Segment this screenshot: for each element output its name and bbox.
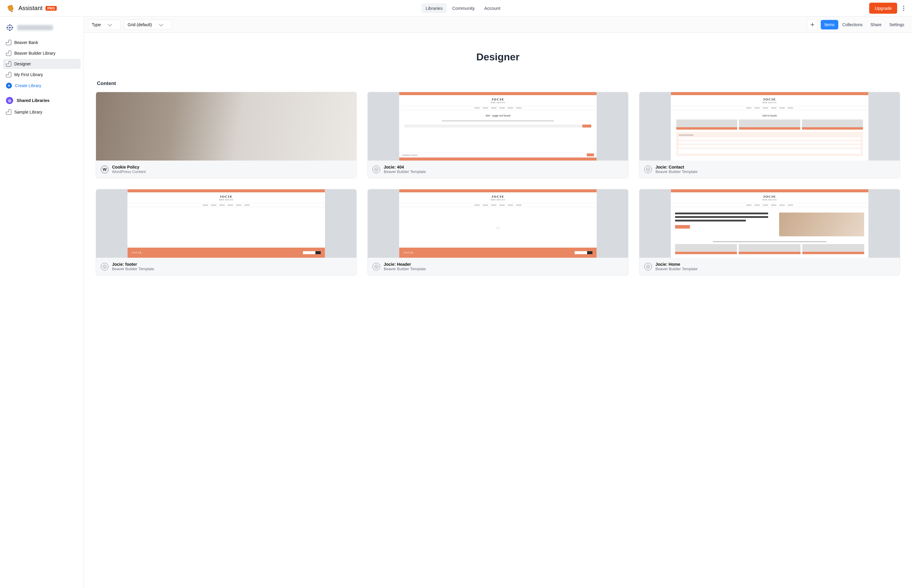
library-icon	[6, 40, 11, 45]
card-title: Jocie: Header	[384, 262, 426, 267]
card-title: Cookie Policy	[112, 165, 146, 170]
pro-badge: PRO	[45, 6, 56, 11]
card-thumbnail: JOCIE WEB DESIGN JOCIE	[368, 189, 628, 258]
nav-libraries[interactable]: Libraries	[421, 3, 447, 13]
svg-point-22	[646, 265, 650, 268]
svg-point-14	[647, 169, 647, 169]
shared-icon: ◎	[6, 97, 13, 104]
library-icon	[6, 72, 11, 77]
card-title: Jocie: Home	[655, 262, 697, 267]
shared-heading-label: Shared Libraries	[17, 98, 50, 103]
beaver-builder-icon	[644, 166, 652, 173]
card-thumbnail: JOCIE WEB DESIGN JOCIE	[96, 189, 357, 258]
library-icon	[6, 110, 11, 115]
sidebar-item-sample-library[interactable]: Sample Library	[3, 107, 81, 117]
app-header: Assistant PRO Libraries Community Accoun…	[0, 0, 912, 17]
card-thumbnail: JOCIE WEB DESIGN	[639, 189, 900, 258]
library-toolbar: Type Grid (default) Items Collections Sh	[84, 17, 912, 33]
card-thumbnail	[96, 92, 357, 160]
content-card[interactable]: JOCIE WEB DESIGN JOCIE	[96, 189, 357, 276]
card-subtitle: Beaver Builder Template	[384, 267, 426, 271]
beaver-builder-icon	[644, 263, 652, 270]
user-avatar-icon	[5, 23, 14, 32]
sidebar-item-beaver-builder-library[interactable]: Beaver Builder Library	[3, 48, 81, 58]
content-card[interactable]: JOCIE WEB DESIGN JOCIE	[367, 189, 628, 276]
sidebar-item-beaver-bank[interactable]: Beaver Bank	[3, 37, 81, 48]
user-name	[17, 25, 53, 30]
sidebar-item-label: Create Library	[15, 83, 41, 88]
beaver-builder-icon	[373, 166, 380, 173]
sidebar-item-designer[interactable]: Designer	[3, 59, 81, 69]
card-thumbnail: JOCIE WEB DESIGN 404 - page not found La…	[368, 92, 628, 160]
card-thumbnail: JOCIE WEB DESIGN Get in touch	[639, 92, 900, 160]
card-subtitle: Beaver Builder Template	[655, 267, 697, 271]
svg-point-24	[648, 266, 649, 267]
sidebar-item-my-first-library[interactable]: My First Library	[3, 69, 81, 80]
chevron-down-icon	[159, 22, 163, 26]
filter-view-select[interactable]: Grid (default)	[124, 19, 172, 30]
main-area: Type Grid (default) Items Collections Sh	[84, 17, 912, 588]
content-grid: W Cookie Policy WordPress Content	[96, 92, 900, 276]
filter-view-label: Grid (default)	[128, 22, 152, 27]
content-card[interactable]: W Cookie Policy WordPress Content	[96, 92, 357, 178]
tab-items[interactable]: Items	[821, 20, 838, 29]
svg-rect-7	[7, 29, 9, 30]
top-nav: Libraries Community Account	[421, 3, 505, 13]
app-logo-icon	[6, 3, 15, 13]
nav-community[interactable]: Community	[448, 3, 479, 13]
card-title: Jocie: Contact	[655, 165, 697, 170]
sidebar-item-label: Sample Library	[14, 110, 42, 115]
svg-point-19	[374, 265, 378, 268]
sidebar-shared-libraries-heading[interactable]: ◎ Shared Libraries	[3, 91, 81, 107]
svg-rect-3	[6, 27, 8, 28]
sidebar-item-label: Designer	[14, 61, 31, 66]
svg-rect-2	[9, 30, 10, 31]
content-card[interactable]: JOCIE WEB DESIGN Get in touch	[639, 92, 900, 178]
wordpress-icon: W	[101, 166, 108, 173]
section-title: Content	[97, 81, 900, 87]
filter-type-select[interactable]: Type	[88, 19, 121, 30]
svg-point-13	[646, 168, 650, 171]
library-icon	[6, 61, 11, 66]
svg-rect-8	[11, 29, 13, 30]
upgrade-button[interactable]: Upgrade	[869, 3, 897, 14]
svg-point-18	[105, 266, 105, 267]
svg-point-20	[375, 266, 376, 267]
svg-point-9	[9, 27, 10, 28]
add-item-button[interactable]	[807, 19, 818, 30]
svg-point-15	[648, 169, 649, 169]
beaver-builder-icon	[373, 263, 380, 270]
svg-point-17	[104, 266, 104, 267]
plus-circle-icon: +	[6, 82, 12, 89]
filter-type-label: Type	[92, 22, 101, 27]
nav-account[interactable]: Account	[480, 3, 504, 13]
sidebar-item-label: Beaver Bank	[14, 40, 38, 45]
chevron-down-icon	[108, 22, 112, 26]
content-card[interactable]: JOCIE WEB DESIGN	[639, 189, 900, 276]
sidebar-create-library[interactable]: + Create Library	[3, 80, 81, 91]
svg-rect-4	[12, 27, 13, 28]
sidebar: Beaver Bank Beaver Builder Library Desig…	[0, 17, 84, 588]
card-subtitle: Beaver Builder Template	[112, 267, 154, 271]
card-title: Jocie: 404	[384, 165, 426, 170]
svg-point-11	[375, 169, 376, 169]
svg-point-23	[647, 266, 647, 267]
card-subtitle: WordPress Content	[112, 170, 146, 174]
sidebar-item-label: Beaver Builder Library	[14, 51, 56, 56]
svg-point-10	[374, 168, 378, 171]
more-menu-icon[interactable]	[901, 4, 906, 13]
library-icon	[6, 50, 11, 56]
card-subtitle: Beaver Builder Template	[655, 170, 697, 174]
page-title: Designer	[96, 51, 900, 63]
svg-point-16	[103, 265, 107, 268]
tab-share[interactable]: Share	[867, 20, 885, 29]
content-card[interactable]: JOCIE WEB DESIGN 404 - page not found La…	[367, 92, 628, 178]
card-title: Jocie: footer	[112, 262, 154, 267]
app-logo-group: Assistant PRO	[6, 3, 57, 13]
tab-settings[interactable]: Settings	[886, 20, 908, 29]
svg-rect-6	[11, 25, 13, 27]
svg-rect-1	[9, 24, 10, 26]
sidebar-user[interactable]	[3, 22, 81, 37]
svg-rect-5	[7, 25, 9, 27]
tab-collections[interactable]: Collections	[839, 20, 866, 29]
